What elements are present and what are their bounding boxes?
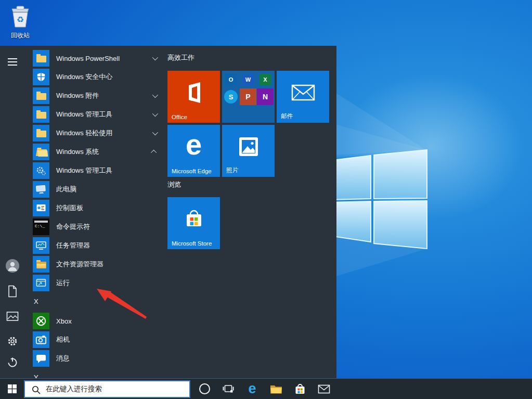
search-input[interactable] bbox=[25, 381, 189, 397]
tile-office-collage[interactable]: O W X S P N bbox=[222, 71, 275, 123]
cortana-icon bbox=[199, 383, 210, 394]
tile-mail[interactable]: 邮件 bbox=[277, 71, 329, 123]
store-bag-icon bbox=[183, 208, 205, 230]
edge-icon: e bbox=[248, 382, 256, 396]
recycle-bin[interactable]: ♻ 回收站 bbox=[5, 4, 35, 40]
taskbar-search[interactable] bbox=[24, 380, 190, 398]
taskbar-store-button[interactable] bbox=[288, 379, 312, 399]
tile-office[interactable]: Office bbox=[167, 71, 220, 123]
recycle-bin-label: 回收站 bbox=[5, 31, 35, 40]
desktop: ♻ 回收站 bbox=[0, 0, 532, 399]
store-icon bbox=[294, 383, 306, 395]
tile-microsoft-store[interactable]: Microsoft Store bbox=[167, 197, 220, 249]
tile-group-title-explore[interactable]: 浏览 bbox=[167, 180, 181, 189]
search-icon bbox=[31, 385, 41, 395]
file-explorer-icon bbox=[269, 383, 283, 395]
taskbar-edge-button[interactable]: e bbox=[240, 379, 264, 399]
powerpoint-icon: P bbox=[240, 88, 256, 105]
task-view-icon bbox=[222, 383, 235, 395]
outlook-icon: O bbox=[225, 74, 237, 85]
recycle-bin-icon: ♻ bbox=[8, 4, 32, 28]
photos-icon bbox=[238, 136, 259, 158]
svg-text:♻: ♻ bbox=[17, 15, 24, 24]
office-logo-icon bbox=[183, 81, 205, 105]
start-menu: Windows PowerShell Windows 安全中心 Windows … bbox=[0, 46, 336, 378]
excel-icon: X bbox=[259, 74, 271, 85]
taskbar-file-explorer-button[interactable] bbox=[264, 379, 288, 399]
edge-logo-icon: e bbox=[186, 130, 202, 159]
start-button[interactable] bbox=[0, 379, 24, 399]
mail-icon bbox=[318, 384, 330, 394]
taskbar: e bbox=[0, 378, 532, 399]
start-menu-tiles: 高效工作 Office O W X S P N bbox=[0, 46, 336, 378]
task-view-button[interactable] bbox=[216, 379, 240, 399]
word-icon: W bbox=[242, 74, 254, 85]
tile-microsoft-edge[interactable]: e Microsoft Edge bbox=[167, 125, 220, 177]
tile-group-title-productivity[interactable]: 高效工作 bbox=[167, 53, 194, 62]
cortana-button[interactable] bbox=[192, 379, 216, 399]
mail-icon bbox=[291, 84, 315, 101]
taskbar-mail-button[interactable] bbox=[312, 379, 336, 399]
start-icon bbox=[8, 384, 17, 393]
skype-icon: S bbox=[224, 90, 238, 104]
onenote-icon: N bbox=[257, 88, 274, 105]
tile-photos[interactable]: 照片 bbox=[222, 125, 275, 177]
